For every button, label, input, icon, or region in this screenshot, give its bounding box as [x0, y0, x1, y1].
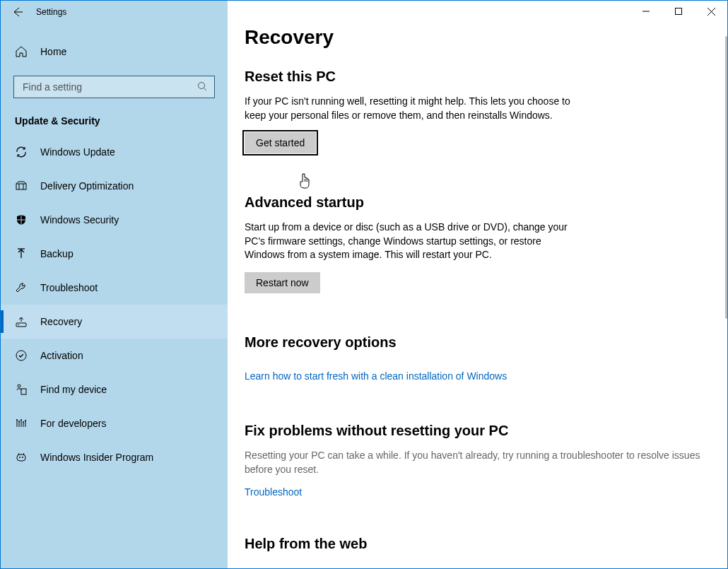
sidebar-item-label: Recovery [40, 316, 82, 327]
home-nav[interactable]: Home [1, 36, 228, 67]
reset-title: Reset this PC [245, 69, 727, 85]
scrollbar[interactable] [725, 36, 727, 319]
sidebar-item-troubleshoot[interactable]: Troubleshoot [1, 271, 228, 305]
sidebar-item-label: Windows Update [40, 146, 115, 158]
svg-point-17 [16, 419, 18, 421]
svg-point-19 [20, 419, 22, 421]
delivery-icon [15, 180, 29, 192]
sidebar-item-label: Troubleshoot [40, 282, 98, 293]
search-input[interactable] [21, 81, 197, 93]
app-title: Settings [36, 7, 66, 17]
main-content: Recovery Reset this PC If your PC isn't … [228, 1, 727, 568]
upload-icon [15, 247, 29, 260]
sidebar: Settings Home Update & Security Windo [1, 1, 228, 568]
svg-line-26 [23, 453, 24, 454]
sidebar-item-backup[interactable]: Backup [1, 237, 228, 271]
page-title: Recovery [245, 26, 727, 49]
sync-icon [15, 146, 29, 158]
svg-point-9 [16, 351, 26, 360]
sidebar-item-windows-insider[interactable]: Windows Insider Program [1, 440, 228, 474]
developers-icon [15, 417, 29, 430]
check-circle-icon [15, 349, 29, 362]
fix-desc: Resetting your PC can take a while. If y… [245, 449, 704, 476]
shield-icon [15, 213, 29, 226]
home-icon [15, 45, 29, 58]
svg-rect-7 [16, 323, 26, 327]
svg-point-24 [22, 457, 23, 458]
sidebar-item-windows-update[interactable]: Windows Update [1, 135, 228, 169]
sidebar-item-label: For developers [40, 418, 106, 429]
svg-point-8 [18, 324, 19, 326]
more-title: More recovery options [245, 334, 727, 351]
sidebar-item-delivery-optimization[interactable]: Delivery Optimization [1, 169, 228, 203]
sidebar-item-recovery[interactable]: Recovery [1, 305, 228, 339]
svg-point-23 [19, 457, 20, 458]
home-label: Home [40, 46, 66, 57]
svg-point-21 [25, 420, 26, 421]
content-area: Recovery Reset this PC If your PC isn't … [228, 1, 727, 568]
svg-rect-2 [16, 184, 26, 189]
sidebar-item-label: Delivery Optimization [40, 180, 134, 192]
wrench-icon [15, 281, 29, 294]
nav-list: Windows Update Delivery Optimization Win… [1, 135, 228, 474]
sidebar-section-title: Update & Security [1, 98, 228, 135]
settings-window: Settings Home Update & Security Windo [0, 0, 728, 569]
fresh-install-link[interactable]: Learn how to start fresh with a clean in… [245, 370, 507, 382]
sidebar-item-activation[interactable]: Activation [1, 339, 228, 373]
troubleshoot-link[interactable]: Troubleshoot [245, 486, 302, 498]
advanced-desc: Start up from a device or disc (such as … [245, 221, 577, 262]
back-button[interactable] [11, 6, 25, 18]
sidebar-item-label: Find my device [40, 384, 107, 395]
insider-icon [15, 451, 29, 464]
svg-rect-22 [17, 454, 25, 461]
get-started-button[interactable]: Get started [245, 132, 316, 153]
recovery-icon [15, 315, 29, 328]
svg-point-20 [23, 421, 24, 423]
reset-desc: If your PC isn't running well, resetting… [245, 95, 577, 122]
titlebar-left: Settings [1, 1, 228, 23]
sidebar-item-for-developers[interactable]: For developers [1, 406, 228, 440]
fix-title: Fix problems without resetting your PC [245, 423, 727, 439]
sidebar-item-label: Windows Security [40, 214, 119, 225]
svg-rect-11 [21, 389, 26, 394]
help-title: Help from the web [245, 536, 727, 552]
find-device-icon [15, 383, 29, 396]
svg-point-18 [18, 421, 20, 422]
sidebar-item-label: Windows Insider Program [40, 452, 153, 463]
search-input-container[interactable] [13, 76, 215, 98]
svg-point-0 [199, 82, 205, 88]
restart-now-button[interactable]: Restart now [245, 272, 320, 293]
sidebar-item-find-my-device[interactable]: Find my device [1, 373, 228, 406]
svg-point-10 [18, 385, 20, 387]
advanced-title: Advanced startup [245, 194, 727, 211]
sidebar-item-windows-security[interactable]: Windows Security [1, 203, 228, 237]
search-icon [197, 81, 207, 93]
sidebar-item-label: Backup [40, 248, 74, 259]
svg-line-25 [18, 453, 19, 454]
svg-line-1 [204, 88, 207, 90]
sidebar-item-label: Activation [40, 350, 83, 361]
